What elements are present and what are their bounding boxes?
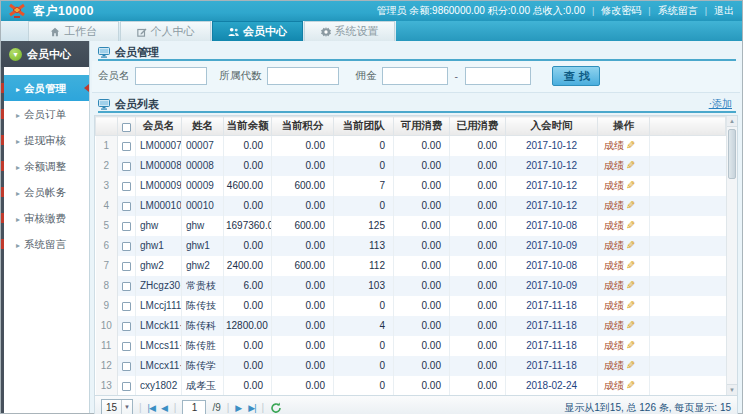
row-checkbox[interactable] (122, 322, 131, 331)
row-checkbox[interactable] (122, 382, 131, 391)
chevron-right-icon: ▸ (16, 215, 20, 224)
change-password-link[interactable]: 修改密码 (601, 4, 641, 18)
sidebar-item-系统留言[interactable]: ▸系统留言 (4, 231, 89, 257)
tab-bar: 工作台个人中心会员中心系统设置 (1, 21, 742, 41)
score-link[interactable]: 成绩 (604, 280, 624, 291)
scrollbar-thumb[interactable] (728, 129, 736, 179)
logout-link[interactable]: 退出 (714, 4, 734, 18)
filler-cell (650, 356, 726, 376)
tab-个人中心[interactable]: 个人中心 (120, 21, 211, 41)
actions-cell: 成绩✎ (598, 336, 650, 356)
sidebar-item-label: 系统留言 (24, 238, 66, 250)
row-checkbox[interactable] (122, 282, 131, 291)
score-link[interactable]: 成绩 (604, 140, 624, 151)
sidebar-item-余额调整[interactable]: ▸余额调整 (4, 153, 89, 179)
sidebar: ▾ 会员中心 ▸会员管理▸会员订单▸提现审核▸余额调整▸会员帐务▸审核缴费▸系统… (1, 41, 90, 413)
sidebar-item-提现审核[interactable]: ▸提现审核 (4, 127, 89, 153)
generation-input[interactable] (267, 67, 339, 85)
tab-会员中心[interactable]: 会员中心 (212, 21, 303, 41)
join-date: 2017-10-09 (506, 236, 598, 256)
member-name-input[interactable] (135, 67, 207, 85)
available-consumption: 0.00 (394, 336, 450, 356)
row-number: 11 (96, 336, 118, 356)
sidebar-header[interactable]: ▾ 会员中心 (1, 41, 89, 67)
current-points: 0.00 (272, 336, 334, 356)
row-checkbox[interactable] (122, 182, 131, 191)
current-team: 4 (334, 316, 394, 336)
row-checkbox[interactable] (122, 342, 131, 351)
prev-page-button[interactable]: ◀ (161, 400, 168, 414)
row-checkbox[interactable] (122, 202, 131, 211)
edit-pencil-icon[interactable]: ✎ (626, 299, 635, 312)
edit-pencil-icon[interactable]: ✎ (626, 179, 635, 192)
dropdown-arrow-icon: ▼ (121, 400, 130, 414)
system-message-link[interactable]: 系统留言 (658, 4, 698, 18)
edit-pencil-icon[interactable]: ✎ (626, 239, 635, 252)
select-all-checkbox[interactable] (122, 123, 131, 132)
row-checkbox[interactable] (122, 262, 131, 271)
score-link[interactable]: 成绩 (604, 320, 624, 331)
join-date: 2017-11-18 (506, 296, 598, 316)
filler-cell (650, 296, 726, 316)
score-link[interactable]: 成绩 (604, 200, 624, 211)
row-checkbox[interactable] (122, 142, 131, 151)
search-button[interactable]: 查找 (552, 66, 600, 86)
score-link[interactable]: 成绩 (604, 240, 624, 251)
sidebar-item-会员订单[interactable]: ▸会员订单 (4, 101, 89, 127)
app-title: 客户10000 (33, 3, 94, 20)
tab-工作台[interactable]: 工作台 (28, 21, 119, 41)
score-link[interactable]: 成绩 (604, 340, 624, 351)
row-checkbox[interactable] (122, 242, 131, 251)
member-id: cxy1802 (136, 376, 182, 396)
score-link[interactable]: 成绩 (604, 360, 624, 371)
commission-min-input[interactable] (382, 67, 448, 85)
col-header-team: 当前团队 (334, 117, 394, 136)
scroll-down-icon[interactable]: ▼ (727, 384, 737, 395)
commission-max-input[interactable] (465, 67, 531, 85)
edit-pencil-icon[interactable]: ✎ (626, 319, 635, 332)
score-link[interactable]: 成绩 (604, 180, 624, 191)
col-header-filler (650, 117, 726, 136)
next-page-button[interactable]: ▶ (235, 400, 242, 414)
add-member-link[interactable]: ·添加 (709, 97, 736, 111)
tab-系统设置[interactable]: 系统设置 (304, 21, 395, 41)
sidebar-item-审核缴费[interactable]: ▸审核缴费 (4, 205, 89, 231)
edit-pencil-icon[interactable]: ✎ (626, 359, 635, 372)
score-link[interactable]: 成绩 (604, 300, 624, 311)
available-consumption: 0.00 (394, 236, 450, 256)
row-checkbox[interactable] (122, 302, 131, 311)
edit-pencil-icon[interactable]: ✎ (626, 259, 635, 272)
sidebar-item-label: 提现审核 (24, 134, 66, 146)
page-size-select[interactable]: 15 ▼ (101, 399, 133, 414)
score-link[interactable]: 成绩 (604, 160, 624, 171)
current-points: 0.00 (272, 196, 334, 216)
row-checkbox[interactable] (122, 222, 131, 231)
edit-pencil-icon[interactable]: ✎ (626, 219, 635, 232)
row-checkbox[interactable] (122, 362, 131, 371)
score-link[interactable]: 成绩 (604, 260, 624, 271)
edit-pencil-icon[interactable]: ✎ (626, 339, 635, 352)
score-link[interactable]: 成绩 (604, 220, 624, 231)
score-link[interactable]: 成绩 (604, 380, 624, 391)
edit-pencil-icon[interactable]: ✎ (626, 139, 635, 152)
member-name: 00007 (182, 136, 224, 156)
edit-pencil-icon[interactable]: ✎ (626, 379, 635, 392)
edit-pencil-icon[interactable]: ✎ (626, 159, 635, 172)
refresh-icon[interactable] (270, 402, 282, 414)
sidebar-item-会员帐务[interactable]: ▸会员帐务 (4, 179, 89, 205)
row-number: 1 (96, 136, 118, 156)
scroll-up-icon[interactable]: ▲ (727, 116, 737, 127)
first-page-button[interactable]: |◀ (148, 400, 155, 414)
app-window: 客户10000 管理员 余额:9860000.00 积分:0.00 总收入:0.… (0, 0, 743, 414)
edit-pencil-icon[interactable]: ✎ (626, 279, 635, 292)
row-checkbox[interactable] (122, 162, 131, 171)
actions-cell: 成绩✎ (598, 196, 650, 216)
current-page-input[interactable] (182, 400, 206, 414)
vertical-scrollbar[interactable]: ▲ ▼ (726, 116, 737, 395)
sidebar-item-会员管理[interactable]: ▸会员管理 (4, 75, 89, 101)
users-icon (228, 27, 239, 37)
available-consumption: 0.00 (394, 356, 450, 376)
edit-pencil-icon[interactable]: ✎ (626, 199, 635, 212)
join-date: 2017-11-18 (506, 356, 598, 376)
last-page-button[interactable]: ▶| (248, 400, 255, 414)
